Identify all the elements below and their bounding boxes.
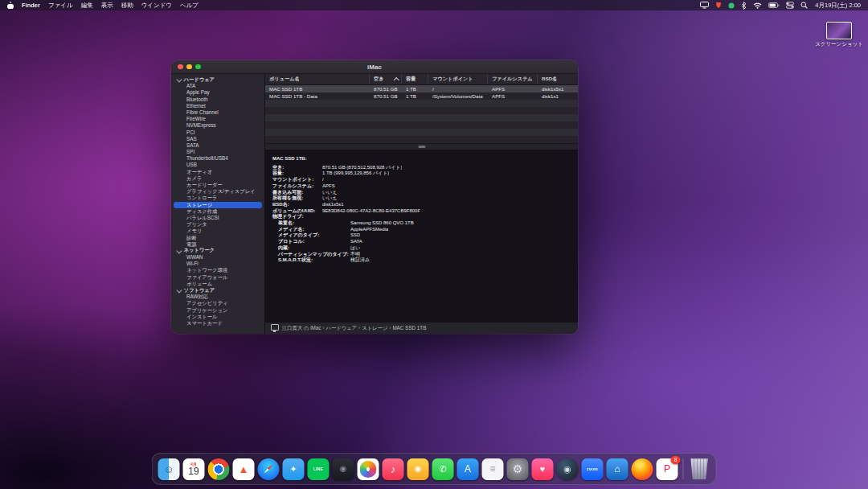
sidebar-item-Fibre Channel[interactable]: Fibre Channel [171,109,264,116]
dock-item-facetime[interactable]: ✆ [432,458,454,480]
column-header-空き[interactable]: 空き [370,74,402,84]
menu-item-移動[interactable]: 移動 [121,2,133,10]
dock-item-app-store[interactable]: A [457,458,479,480]
notification-badge: 8 [671,456,681,464]
sidebar-item-インストール[interactable]: インストール [171,314,264,320]
column-header-容量[interactable]: 容量 [402,74,428,84]
sidebar-item-ストレージ[interactable]: ストレージ [174,202,262,208]
column-header-マウントポイント[interactable]: マウントポイント [428,74,488,84]
menu-item-表示[interactable]: 表示 [101,2,113,10]
sidebar-item-ファイアウォール[interactable]: ファイアウォール [171,274,264,281]
menu-item-ヘルプ[interactable]: ヘルプ [180,2,199,10]
sidebar-item-アクセシビリティ[interactable]: アクセシビリティ [171,300,264,306]
calendar-day: 19 [188,466,199,476]
dock-item-document-app[interactable]: ≡ [482,458,504,480]
sidebar-item-SAS[interactable]: SAS [171,136,264,142]
sidebar-item-PCI[interactable]: PCI [171,129,264,136]
sidebar-section-ネットワーク[interactable]: ネットワーク [171,248,264,254]
column-header-BSD名[interactable]: BSD名 [538,74,578,84]
minimize-button[interactable] [186,64,192,70]
column-header-ボリューム名[interactable]: ボリューム名 [265,74,370,84]
sidebar-item-WWAN[interactable]: WWAN [171,254,264,261]
menu-item-ファイル[interactable]: ファイル [48,2,73,10]
sidebar-item-NVMExpress[interactable]: NVMExpress [171,122,264,129]
close-button[interactable] [178,64,183,70]
dock-item-system-preferences[interactable]: ⚙ [507,458,529,480]
sidebar-item-SPI[interactable]: SPI [171,149,264,155]
dock-item-chrome[interactable] [208,458,230,480]
sidebar-item-カードリーダー[interactable]: カードリーダー [171,182,264,188]
field-value: はい [350,245,360,252]
sidebar-section-ハードウェア[interactable]: ハードウェア [171,76,264,83]
sidebar-item-オーディオ[interactable]: オーディオ [171,169,264,175]
sidebar-item-Apple Pay[interactable]: Apple Pay [171,89,264,96]
sidebar-section-ソフトウェア[interactable]: ソフトウェア [171,287,264,294]
sidebar-item-コントローラ[interactable]: コントローラ [171,195,264,201]
detail-pane[interactable]: MAC SSD 1TB: 空き:870.51 GB (870,512,508,9… [265,150,578,322]
spotlight-icon[interactable] [800,2,808,9]
battery-icon[interactable] [768,2,780,9]
table-cell [265,129,370,136]
table-row-empty [265,136,578,143]
fullscreen-button[interactable] [195,64,201,70]
sidebar-item-SATA[interactable]: SATA [171,142,264,149]
table-row[interactable]: MAC SSD 1TB870.51 GB1 TB/APFSdisk1s5s1 [265,85,578,92]
display-icon[interactable] [700,2,709,9]
dock-item-brave[interactable]: ▲ [233,458,255,480]
wifi-icon[interactable] [753,2,762,9]
sidebar-item-Thunderbolt/USB4[interactable]: Thunderbolt/USB4 [171,155,264,162]
dock-item-steam[interactable]: ◉ [557,458,579,480]
dock-item-pink-app[interactable]: ♥ [532,458,554,480]
dock-item-dark-app[interactable]: ◉ [333,458,354,480]
sidebar-item-RAW対応[interactable]: RAW対応 [171,294,264,300]
menu-item-編集[interactable]: 編集 [81,2,93,10]
sidebar-item-ATA[interactable]: ATA [171,83,264,89]
menu-item-ウインドウ[interactable]: ウインドウ [141,2,172,10]
sidebar-item-Bluetooth[interactable]: Bluetooth [171,97,264,103]
dock-item-photos[interactable] [358,458,379,480]
sidebar-item-Ethernet[interactable]: Ethernet [171,103,264,109]
sidebar-item-ディスク作成[interactable]: ディスク作成 [171,208,264,215]
sidebar-item-診断[interactable]: 診断 [171,235,264,241]
dock-item-twitter[interactable]: ✦ [283,458,305,480]
apple-menu-icon[interactable] [7,2,14,9]
bluetooth-icon[interactable] [741,2,747,10]
window-titlebar[interactable]: iMac [171,60,578,74]
sidebar-item-アプリケーション[interactable]: アプリケーション [171,307,264,314]
control-center-icon[interactable] [786,2,794,9]
sidebar-item-メモリ[interactable]: メモリ [171,228,264,234]
sidebar-item-カメラ[interactable]: カメラ [171,175,264,182]
sidebar-item-パラレルSCSI[interactable]: パラレルSCSI [171,215,264,221]
screenshot-file[interactable]: スクリーンショット [818,22,860,48]
table-cell [538,136,578,143]
sidebar-item-USB[interactable]: USB [171,162,264,168]
sidebar-item-スマートカード[interactable]: スマートカード [171,320,264,327]
sidebar-item-Wi-Fi[interactable]: Wi-Fi [171,261,264,267]
dock-item-line[interactable]: LINE [308,458,330,480]
column-label: BSD名 [542,76,557,81]
column-header-ファイルシステム[interactable]: ファイルシステム [488,74,538,84]
table-row[interactable]: MAC SSD 1TB - Data870.51 GB1 TB/System/V… [265,92,578,100]
dock-item-red-white-app[interactable]: P8 [657,458,678,480]
splitter-handle[interactable] [265,143,578,150]
table-cell: /System/Volumes/Data [428,92,488,100]
dock-item-calendar[interactable]: 4月19 [183,458,205,480]
stage-manager-icon[interactable] [728,2,735,9]
menu-item-Finder[interactable]: Finder [22,2,40,10]
dock-item-finder[interactable]: ☺ [158,458,180,480]
screenshot-thumbnail[interactable] [826,22,852,39]
sidebar-item-FireWire[interactable]: FireWire [171,116,264,122]
zoom-wordmark: zoom [587,466,598,471]
menu-bar-clock[interactable]: 4月19日(土) 2:00 [815,2,861,10]
sidebar-item-プリンタ[interactable]: プリンタ [171,221,264,228]
sidebar-item-ネットワーク環境[interactable]: ネットワーク環境 [171,267,264,273]
dock-item-trash[interactable] [689,458,710,480]
dock-item-zoom[interactable]: zoom [582,458,604,480]
dock-item-music[interactable]: ♪ [383,458,404,480]
dock-item-yellow-app[interactable]: ◉ [407,458,429,480]
sidebar-item-グラフィックス/ディスプレイ[interactable]: グラフィックス/ディスプレイ [171,188,264,195]
dock-item-firefox[interactable] [632,458,653,480]
brave-shield-icon[interactable] [715,2,722,9]
dock-item-safari[interactable] [258,458,280,480]
dock-item-home-app[interactable]: ⌂ [607,458,628,480]
